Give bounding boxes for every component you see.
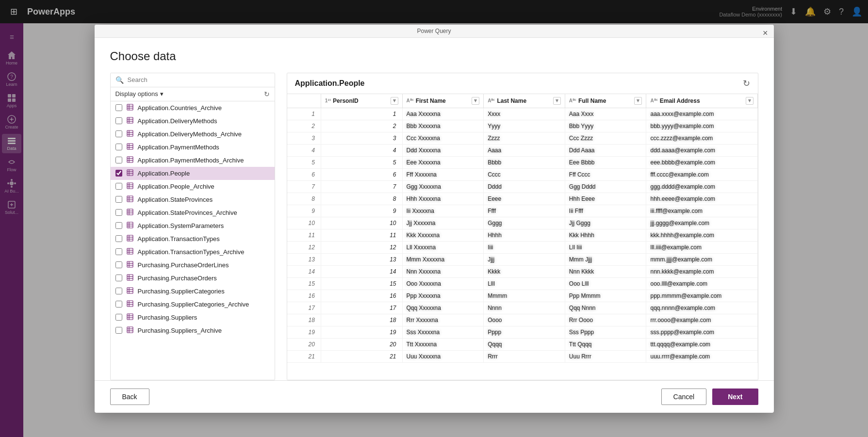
table-list-item[interactable]: Purchasing.SupplierCategories [111, 285, 275, 298]
row-number: 8 [287, 193, 321, 205]
table-checkbox[interactable] [115, 196, 122, 203]
table-row: 1212Lll XxxxxnaIiiiLll Iiiilll.iiii@exam… [287, 241, 758, 253]
cell-personid: 9 [321, 205, 402, 217]
refresh-icon[interactable]: ↻ [264, 90, 270, 98]
svg-rect-70 [127, 275, 133, 280]
table-row: 11Aaa XxxxxnaXxxxAaa Xxxxaaa.xxxx@exampl… [287, 108, 758, 120]
modal-body: Choose data 🔍 Display options ▾ [95, 38, 774, 380]
cell-lastname: Eeee [484, 193, 565, 205]
row-number: 5 [287, 156, 321, 168]
svg-rect-22 [127, 117, 133, 123]
table-checkbox[interactable] [115, 275, 122, 281]
table-checkbox[interactable] [115, 248, 122, 255]
back-button[interactable]: Back [110, 388, 149, 405]
table-list-item[interactable]: Application.People [111, 167, 275, 180]
next-button[interactable]: Next [712, 388, 758, 405]
table-row: 1515Ooo XxxxxnaLlllOoo Llllooo.llll@exam… [287, 277, 758, 290]
cell-fullname: Sss Pppp [565, 326, 646, 338]
col-header-inner: AᴮᶜFull Name▾ [569, 97, 642, 105]
table-list-item[interactable]: Application.SystemParameters [111, 219, 275, 232]
chevron-down-icon[interactable]: ▾ [160, 90, 164, 97]
cell-fullname: Kkk Hhhh [565, 229, 646, 241]
table-grid-icon [126, 182, 134, 191]
svg-rect-66 [127, 261, 133, 267]
table-list-item[interactable]: Application.Countries_Archive [111, 101, 275, 114]
table-checkbox[interactable] [115, 157, 122, 163]
table-checkbox[interactable] [115, 222, 122, 229]
col-filter-button[interactable]: ▾ [746, 97, 753, 105]
cell-firstname: Jjj Xxxxxna [402, 217, 484, 229]
col-type-icon: Aᴮᶜ [650, 98, 657, 103]
table-row: 99Iii XxxxxnaFfffIii Ffffiii.ffff@exampl… [287, 205, 758, 217]
table-list-item[interactable]: Purchasing.PurchaseOrderLines [111, 259, 275, 272]
cell-email: ooo.llll@example.com [646, 277, 757, 290]
col-filter-button[interactable]: ▾ [634, 97, 642, 105]
modal-content-area: 🔍 Display options ▾ ↻ [110, 73, 758, 380]
table-list-item[interactable]: Application.StateProvinces_Archive [111, 206, 275, 219]
table-checkbox[interactable] [115, 117, 122, 124]
table-checkbox[interactable] [115, 288, 122, 294]
table-list-item[interactable]: Application.DeliveryMethods [111, 114, 275, 128]
table-grid-icon [126, 209, 134, 217]
col-filter-button[interactable]: ▾ [391, 97, 398, 105]
cell-firstname: Uuu Xxxxxna [402, 350, 484, 362]
cell-personid: 1 [321, 108, 402, 120]
cell-lastname: Zzzz [484, 132, 565, 144]
table-list-item[interactable]: Purchasing.Suppliers_Archive [111, 324, 275, 337]
cell-lastname: Bbbb [484, 156, 565, 168]
table-list-item[interactable]: Purchasing.SupplierCategories_Archive [111, 298, 275, 311]
table-checkbox[interactable] [115, 261, 122, 268]
col-filter-button[interactable]: ▾ [553, 97, 561, 105]
cell-lastname: Nnnn [484, 302, 565, 314]
table-checkbox[interactable] [115, 170, 122, 177]
table-list-item[interactable]: Purchasing.Suppliers [111, 311, 275, 324]
modal-close-button[interactable]: × [763, 29, 768, 37]
search-input[interactable] [128, 76, 270, 83]
col-filter-button[interactable]: ▾ [472, 97, 479, 105]
cell-fullname: Iii Ffff [565, 205, 646, 217]
cell-personid: 15 [321, 277, 402, 290]
cell-firstname: Ttt Xxxxxna [402, 338, 484, 350]
table-checkbox[interactable] [115, 327, 122, 334]
table-grid-icon [126, 156, 134, 164]
table-checkbox[interactable] [115, 183, 122, 190]
modal-footer: Back Cancel Next [95, 380, 774, 413]
row-number: 13 [287, 253, 321, 265]
cell-firstname: Kkk Xxxxxna [402, 229, 484, 241]
right-panel-refresh-icon[interactable]: ↻ [743, 78, 750, 89]
svg-rect-18 [127, 104, 133, 110]
table-list-item[interactable]: Application.StateProvinces [111, 193, 275, 206]
row-number: 10 [287, 217, 321, 229]
table-checkbox[interactable] [115, 144, 122, 150]
table-list-item[interactable]: Purchasing.PurchaseOrders [111, 272, 275, 285]
row-number: 9 [287, 205, 321, 217]
table-checkbox[interactable] [115, 104, 122, 111]
cell-firstname: Nnn Xxxxxna [402, 265, 484, 277]
table-checkbox[interactable] [115, 235, 122, 242]
table-checkbox[interactable] [115, 209, 122, 216]
cell-firstname: Iii Xxxxxna [402, 205, 484, 217]
cell-email: ddd.aaaa@example.com [646, 144, 757, 156]
svg-rect-26 [127, 130, 133, 136]
table-list-item[interactable]: Application.DeliveryMethods_Archive [111, 128, 275, 141]
table-row: 1313Mmm XxxxxnaJjjjMmm Jjjjmmm.jjjj@exam… [287, 253, 758, 265]
table-checkbox[interactable] [115, 314, 122, 321]
row-number: 11 [287, 229, 321, 241]
table-list-item[interactable]: Application.PaymentMethods_Archive [111, 154, 275, 167]
table-checkbox[interactable] [115, 130, 122, 137]
svg-rect-58 [127, 235, 133, 241]
cell-personid: 16 [321, 290, 402, 302]
table-list-item[interactable]: Application.PaymentMethods [111, 141, 275, 154]
cell-fullname: Eee Bbbb [565, 156, 646, 168]
cell-email: ggg.dddd@example.com [646, 180, 757, 193]
table-list-item[interactable]: Application.TransactionTypes_Archive [111, 245, 275, 259]
table-grid-icon [126, 300, 134, 308]
table-list-item[interactable]: Application.People_Archive [111, 180, 275, 193]
cancel-button[interactable]: Cancel [661, 388, 707, 405]
table-checkbox[interactable] [115, 301, 122, 308]
cell-email: ttt.qqqq@example.com [646, 338, 757, 350]
cell-personid: 8 [321, 193, 402, 205]
table-name-label: Application.StateProvinces_Archive [138, 209, 237, 216]
table-list-item[interactable]: Application.TransactionTypes [111, 232, 275, 245]
table-name-label: Application.People [138, 170, 190, 177]
